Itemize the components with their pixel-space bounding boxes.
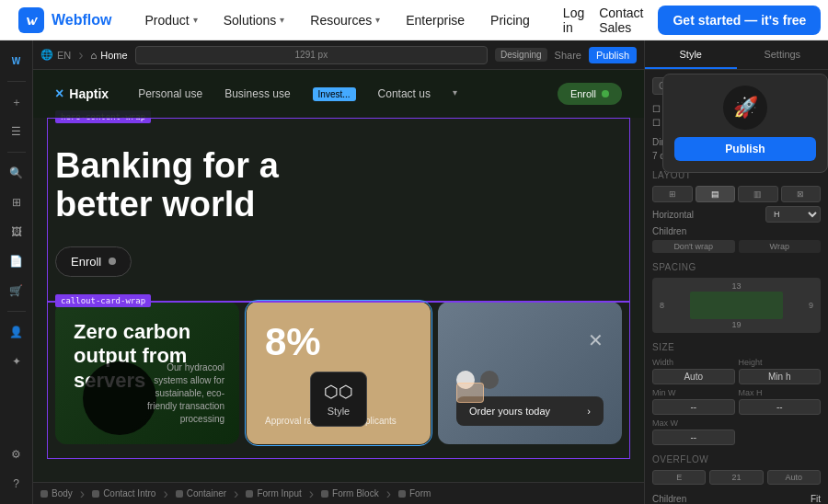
publish-popup: 🚀 Publish — [662, 74, 828, 173]
panel-layout: Layout ⊞ ▤ ▥ ⊠ Horizontal H Children — [652, 170, 821, 253]
chevron-down-icon: ▾ — [193, 15, 198, 25]
checkbox-icon: ☐ — [652, 118, 661, 128]
cross-icon: ✕ — [588, 329, 604, 351]
body-breadcrumb[interactable]: Body — [40, 488, 73, 498]
height-input[interactable] — [739, 369, 822, 384]
nav-item-product[interactable]: Product ▾ — [133, 7, 208, 33]
nav-item-pricing[interactable]: Pricing — [479, 7, 541, 33]
components-icon[interactable]: ⊞ — [4, 189, 29, 215]
tab-style[interactable]: Style — [645, 40, 737, 69]
dont-wrap-label: Don't wrap — [652, 240, 735, 253]
max-h-label: Max H — [739, 388, 822, 397]
children-label: Children — [652, 226, 686, 236]
left-toolbar: W ＋ ☰ 🔍 ⊞ 🖼 📄 🛒 👤 ✦ ⚙ ? — [0, 40, 33, 504]
interactions-icon[interactable]: ✦ — [4, 349, 29, 374]
horizontal-select[interactable]: H — [765, 206, 821, 223]
card-metal[interactable]: ✕ Order yours today › — [438, 302, 622, 444]
canvas-area: 🌐 EN › ⌂ Home 1291 px Designing Share Pu… — [33, 40, 644, 504]
site-nav-business[interactable]: Business use — [224, 87, 290, 101]
navigator-icon[interactable]: ☰ — [4, 119, 29, 144]
canvas-top-bar: 🌐 EN › ⌂ Home 1291 px Designing Share Pu… — [33, 40, 644, 70]
cms-icon[interactable]: 📄 — [4, 248, 29, 274]
webflow-icon: W — [4, 48, 29, 74]
children-fit-value: Fit — [811, 494, 821, 504]
max-w-input[interactable] — [652, 430, 735, 445]
wrap-label: Wrap — [739, 240, 822, 253]
publish-popup-icon-container: 🚀 — [723, 86, 767, 130]
layout-btn-3[interactable]: ▥ — [738, 186, 778, 202]
min-w-label: Min W — [652, 388, 735, 397]
card-green[interactable]: Zero carbon output from servers Our hydr… — [55, 302, 239, 444]
publish-popup-button[interactable]: Publish — [674, 137, 816, 161]
assets-icon[interactable]: 🖼 — [4, 219, 29, 245]
breadcrumb-dot — [398, 490, 406, 498]
form-input-breadcrumb[interactable]: Form Input — [246, 488, 301, 498]
panel-spacing: Spacing 13 8 9 19 — [652, 262, 821, 333]
publish-button[interactable]: Publish — [589, 47, 637, 63]
url-bar[interactable]: 1291 px — [135, 46, 488, 64]
site-enroll-button[interactable]: Enroll — [558, 83, 622, 105]
tab-settings[interactable]: Settings — [737, 40, 829, 69]
chevron-down-icon: ▾ — [375, 15, 380, 25]
webflow-canvas[interactable]: × Haptix Personal use Business use Inves… — [33, 70, 644, 482]
site-nav-invest[interactable]: Invest... — [313, 87, 356, 101]
container-breadcrumb[interactable]: Container — [176, 488, 226, 498]
style-tooltip[interactable]: ⬡⬡ Style — [310, 372, 367, 427]
home-icon: ⌂ — [91, 50, 98, 61]
min-w-input[interactable] — [652, 399, 735, 415]
max-h-input[interactable] — [739, 399, 822, 415]
breadcrumb-dot — [321, 490, 328, 498]
nav-links: Product ▾ Solutions ▾ Resources ▾ Enterp… — [133, 7, 540, 33]
breadcrumb-dot — [246, 490, 253, 498]
width-input[interactable] — [652, 369, 735, 384]
add-element-icon[interactable]: ＋ — [4, 89, 29, 115]
breadcrumb-dot — [176, 490, 183, 498]
designing-mode[interactable]: Designing — [495, 48, 546, 62]
hero-enroll-button[interactable]: Enroll — [55, 246, 132, 277]
settings-icon[interactable]: ⚙ — [4, 441, 29, 467]
form-block-breadcrumb[interactable]: Form Block — [321, 488, 379, 498]
site-nav-personal[interactable]: Personal use — [138, 87, 202, 101]
user-icon[interactable]: 👤 — [4, 319, 29, 345]
panel-children: Children Fit — [652, 494, 821, 504]
height-label: Height — [739, 358, 822, 367]
share-button[interactable]: Share — [555, 50, 581, 61]
ecommerce-icon[interactable]: 🛒 — [4, 278, 29, 304]
nav-item-enterprise[interactable]: Enterprise — [395, 7, 476, 33]
flag-icon[interactable]: 🌐 EN — [40, 49, 71, 61]
site-nav-links: Personal use Business use Invest... Cont… — [138, 87, 528, 101]
panel-overflow: Overflow E 21 Auto — [652, 454, 821, 485]
layout-btn-4[interactable]: ⊠ — [781, 186, 822, 202]
layout-btn-2[interactable]: ▤ — [696, 186, 736, 202]
arrow-right-icon: › — [587, 406, 591, 417]
panel-tabs: Style Settings 🚀 Publish — [645, 40, 828, 70]
webflow-logo[interactable]: Webflow — [18, 7, 111, 33]
panel-size: Size Width Height Min W — [652, 342, 821, 445]
help-icon[interactable]: ? — [4, 471, 29, 497]
home-breadcrumb[interactable]: ⌂ Home — [91, 50, 128, 61]
max-w-label: Max W — [652, 418, 735, 428]
breadcrumb-dot — [92, 490, 99, 498]
login-link[interactable]: Log in — [563, 6, 584, 35]
site-navbar: × Haptix Personal use Business use Inves… — [33, 70, 644, 118]
overflow-item-3[interactable]: Auto — [767, 470, 821, 485]
get-started-button[interactable]: Get started — it's free — [658, 6, 821, 35]
contact-sales-link[interactable]: Contact Sales — [599, 6, 643, 35]
children-fit-label: Children — [652, 494, 686, 504]
canvas-content: × Haptix Personal use Business use Inves… — [33, 70, 644, 482]
breadcrumb-dot — [40, 490, 48, 498]
site-nav-contact[interactable]: Contact us — [378, 87, 431, 101]
contact-intro-breadcrumb[interactable]: Contact Intro — [92, 488, 155, 498]
card-green-subtext: Our hydracool systems allow for sustaina… — [132, 361, 224, 426]
breadcrumb-sep: › — [78, 47, 83, 63]
nav-item-resources[interactable]: Resources ▾ — [299, 7, 391, 33]
form-breadcrumb[interactable]: Form — [398, 488, 431, 498]
logo-text: Webflow — [52, 12, 111, 29]
nav-item-solutions[interactable]: Solutions ▾ — [213, 7, 296, 33]
style-label: Style — [328, 406, 350, 417]
overflow-item-1[interactable]: E — [652, 470, 706, 485]
layout-btn-1[interactable]: ⊞ — [652, 186, 693, 202]
style-icon: ⬡⬡ — [324, 382, 353, 402]
overflow-item-2[interactable]: 21 — [709, 470, 763, 485]
search-icon[interactable]: 🔍 — [4, 160, 29, 186]
